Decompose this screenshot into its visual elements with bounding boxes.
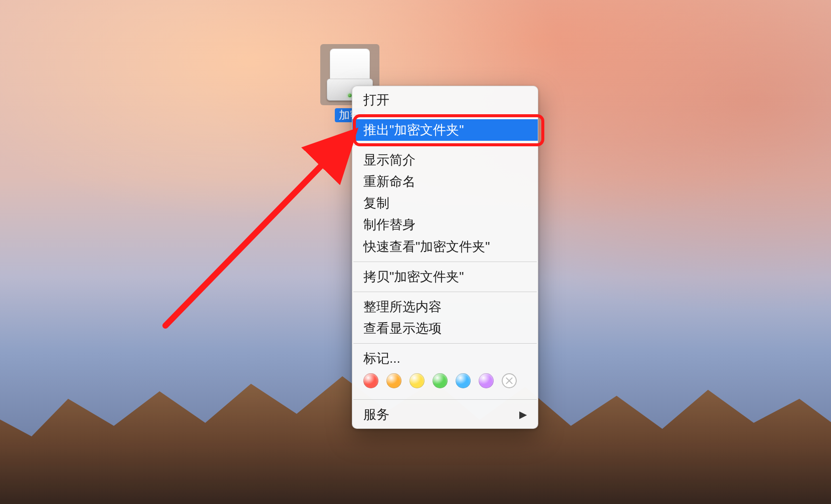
menu-item-show-view-options[interactable]: 查看显示选项 [352,318,538,339]
menu-item-eject[interactable]: 推出"加密文件夹" [352,119,538,141]
menu-item-services-label: 服务 [363,406,389,423]
menu-separator [353,262,537,262]
tag-red[interactable] [363,373,378,388]
menu-separator [353,343,537,344]
menu-item-get-info[interactable]: 显示简介 [352,149,538,171]
menu-separator [353,145,537,145]
tag-color-row [352,369,538,395]
menu-item-quick-look[interactable]: 快速查看"加密文件夹" [352,236,538,258]
tag-blue[interactable] [456,373,471,388]
menu-item-tags-header: 标记... [352,348,538,369]
tag-purple[interactable] [479,373,494,388]
tag-none[interactable] [502,373,517,388]
tag-green[interactable] [433,373,448,388]
menu-separator [353,292,537,292]
tag-orange[interactable] [386,373,401,388]
submenu-arrow-icon: ▶ [519,408,527,421]
menu-item-copy[interactable]: 拷贝"加密文件夹" [352,266,538,288]
menu-item-make-alias[interactable]: 制作替身 [352,214,538,235]
menu-separator [353,115,537,115]
menu-item-open[interactable]: 打开 [352,89,538,111]
menu-item-clean-up-selection[interactable]: 整理所选内容 [352,296,538,318]
menu-item-rename[interactable]: 重新命名 [352,171,538,192]
menu-separator [353,399,537,400]
context-menu: 打开 推出"加密文件夹" 显示简介 重新命名 复制 制作替身 快速查看"加密文件… [352,86,538,429]
menu-item-services[interactable]: 服务 ▶ [352,404,538,425]
menu-item-duplicate[interactable]: 复制 [352,192,538,214]
tag-yellow[interactable] [409,373,425,388]
